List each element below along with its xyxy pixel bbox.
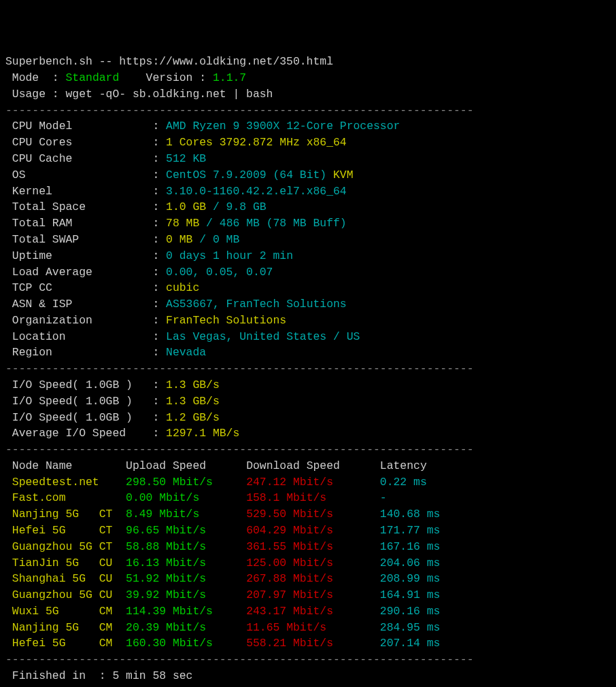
download-speed: 361.55 Mbit/s [246, 540, 380, 553]
load-value: 0.00, 0.05, 0.07 [166, 266, 273, 279]
swap-label: Total SWAP : [5, 233, 166, 246]
row-io2: I/O Speed( 1.0GB ) : 1.3 GB/s [5, 393, 611, 410]
download-speed: 604.29 Mbit/s [246, 524, 380, 537]
asn-label: ASN & ISP : [5, 298, 166, 311]
row-tcp: TCP CC : cubic [5, 280, 611, 296]
ram-label: Total RAM : [5, 217, 166, 230]
cpu-model-value: AMD Ryzen 9 3900X 12-Core Processor [166, 120, 400, 133]
divider: ----------------------------------------… [5, 653, 474, 666]
node-name: Guangzhou 5G CU [5, 588, 126, 601]
tcp-label: TCP CC : [5, 281, 166, 294]
ioavg-value: 1297.1 MB/s [166, 427, 239, 440]
space-total: 9.8 GB [220, 200, 267, 213]
title: Superbench.sh -- https://www.oldking.net… [5, 55, 333, 68]
speed-row-0: Speedtest.net 298.50 Mbit/s 247.12 Mbit/… [5, 474, 611, 491]
speed-row-6: Shanghai 5G CU 51.92 Mbit/s 267.88 Mbit/… [5, 571, 611, 587]
divider: ----------------------------------------… [5, 443, 474, 456]
node-name: Nanjing 5G CT [5, 508, 126, 521]
speed-row-7: Guangzhou 5G CU 39.92 Mbit/s 207.97 Mbit… [5, 587, 611, 603]
upload-speed: 0.00 Mbit/s [126, 491, 246, 504]
latency: 290.16 ms [380, 605, 441, 618]
row-finished: Finished in : 5 min 58 sec [5, 668, 611, 684]
row-timestamp: Timestamp : 2021-11-02 15:32:38 GMT+8 [5, 684, 611, 687]
finished-label: Finished in : [5, 669, 112, 682]
col-lat: Latency [380, 459, 427, 472]
download-speed: 247.12 Mbit/s [246, 476, 380, 489]
latency: 208.99 ms [380, 572, 441, 585]
os-label: OS : [5, 169, 166, 181]
row-os: OS : CentOS 7.9.2009 (64 Bit) KVM [5, 167, 611, 183]
upload-speed: 298.50 Mbit/s [126, 476, 246, 489]
node-name: Hefei 5G CT [5, 524, 126, 537]
usage-value: wget -qO- sb.oldking.net | bash [66, 88, 273, 101]
io2-value: 1.3 GB/s [166, 395, 220, 408]
space-label: Total Space : [5, 200, 166, 213]
speed-row-8: Wuxi 5G CM 114.39 Mbit/s 243.17 Mbit/s 2… [5, 603, 611, 620]
row-kernel: Kernel : 3.10.0-1160.42.2.el7.x86_64 [5, 183, 611, 200]
latency: 0.22 ms [380, 476, 427, 489]
io3-value: 1.2 GB/s [166, 411, 220, 424]
upload-speed: 51.92 Mbit/s [126, 572, 246, 585]
asn-value: AS53667, FranTech Solutions [166, 298, 347, 311]
ram-buff: (78 MB Buff) [267, 217, 347, 230]
download-speed: 558.21 Mbit/s [246, 637, 380, 650]
speed-row-3: Hefei 5G CT 96.65 Mbit/s 604.29 Mbit/s 1… [5, 523, 611, 539]
node-name: Guangzhou 5G CT [5, 540, 126, 553]
kernel-label: Kernel : [5, 185, 166, 198]
upload-speed: 96.65 Mbit/s [126, 524, 246, 537]
loc-label: Location : [5, 330, 166, 343]
speed-row-9: Nanjing 5G CM 20.39 Mbit/s 11.65 Mbit/s … [5, 620, 611, 636]
load-label: Load Average : [5, 266, 166, 279]
latency: 140.68 ms [380, 508, 441, 521]
upload-speed: 39.92 Mbit/s [126, 588, 246, 601]
row-cpu-cores: CPU Cores : 1 Cores 3792.872 MHz x86_64 [5, 135, 611, 151]
latency: 207.14 ms [380, 637, 441, 650]
latency: 164.91 ms [380, 588, 441, 601]
mode-value: Standard [66, 71, 120, 84]
node-name: Nanjing 5G CM [5, 621, 126, 634]
speed-row-2: Nanjing 5G CT 8.49 Mbit/s 529.50 Mbit/s … [5, 506, 611, 523]
row-swap: Total SWAP : 0 MB / 0 MB [5, 232, 611, 248]
speed-header: Node Name Upload Speed Download Speed La… [5, 458, 611, 474]
ram-total: 486 MB [213, 217, 267, 230]
download-speed: 243.17 Mbit/s [246, 605, 380, 618]
row-load: Load Average : 0.00, 0.05, 0.07 [5, 264, 611, 281]
download-speed: 267.88 Mbit/s [246, 572, 380, 585]
speed-row-5: TianJin 5G CU 16.13 Mbit/s 125.00 Mbit/s… [5, 555, 611, 571]
region-label: Region : [5, 346, 166, 359]
divider-row: ----------------------------------------… [5, 442, 611, 458]
divider: ----------------------------------------… [5, 104, 474, 117]
download-speed: 11.65 Mbit/s [246, 621, 380, 634]
latency: 167.16 ms [380, 540, 441, 553]
node-name: TianJin 5G CU [5, 557, 126, 569]
space-used: 1.0 GB [166, 200, 213, 213]
latency: - [380, 491, 387, 504]
node-name: Shanghai 5G CU [5, 572, 126, 585]
swap-used: 0 MB [166, 233, 199, 246]
version-value: 1.1.7 [213, 71, 246, 84]
loc-value: Las Vegas, United States / US [166, 330, 360, 343]
upload-speed: 160.30 Mbit/s [126, 637, 246, 650]
row-space: Total Space : 1.0 GB / 9.8 GB [5, 199, 611, 215]
region-value: Nevada [166, 346, 206, 359]
divider: ----------------------------------------… [5, 362, 474, 375]
col-node: Node Name [5, 459, 126, 472]
node-name: Hefei 5G CM [5, 637, 126, 650]
latency: 284.95 ms [380, 621, 441, 634]
uptime-value: 0 days 1 hour 2 min [166, 249, 293, 262]
uptime-label: Uptime : [5, 249, 166, 262]
speed-row-10: Hefei 5G CM 160.30 Mbit/s 558.21 Mbit/s … [5, 635, 611, 652]
row-region: Region : Nevada [5, 345, 611, 361]
swap-total: 0 MB [206, 233, 239, 246]
org-value: FranTech Solutions [166, 314, 286, 327]
terminal-output: Superbench.sh -- https://www.oldking.net… [5, 54, 611, 687]
download-speed: 158.1 Mbit/s [246, 491, 380, 504]
upload-speed: 20.39 Mbit/s [126, 621, 246, 634]
io2-label: I/O Speed( 1.0GB ) : [5, 395, 166, 408]
divider-row: ----------------------------------------… [5, 361, 611, 377]
tcp-value: cubic [166, 281, 199, 294]
upload-speed: 8.49 Mbit/s [126, 508, 246, 521]
os-value: CentOS 7.9.2009 (64 Bit) [166, 169, 326, 181]
cpu-cache-label: CPU Cache : [5, 152, 166, 165]
mode-label: Mode : [5, 71, 66, 84]
